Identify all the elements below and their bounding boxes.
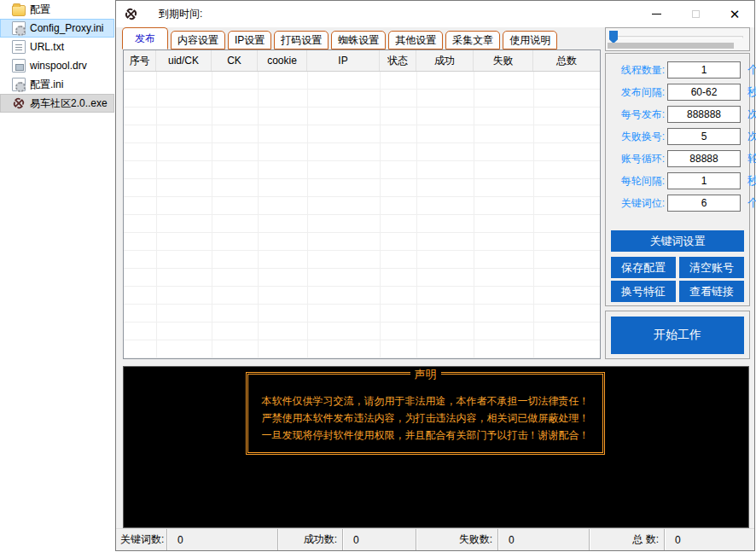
status-fail-count-label: 失败数: [416,529,498,550]
app-window: 到期时间: ✕ 发布 内容设置 IP设置 打码设置 蜘蛛设置 其他设置 采集文章… [115,0,755,551]
field-label: 每号发布: [610,107,665,122]
close-button[interactable]: ✕ [715,1,754,27]
settings-panel: 线程数量: 个 发布间隔: 秒 每号发布: 次 失败换号: 次 账号循环: 轮 … [605,53,750,306]
accounts-table: 序号 uid/CK CK cookie IP 状态 成功 失败 总数 [123,49,601,359]
progress-slider-panel [605,27,750,51]
disclaimer-box: 声明 本软件仅供学习交流，请勿用于非法用途，本作者不承担一切法律责任！ 严禁使用… [246,372,605,455]
publish-interval-input[interactable] [667,84,741,101]
field-label: 关键词位: [610,196,665,211]
file-item-winspool-drv[interactable]: winspool.drv [0,56,114,75]
field-thread-count: 线程数量: 个 [606,59,749,81]
status-keyword-count-value: 0 [167,529,278,550]
tab-spider-settings[interactable]: 蜘蛛设置 [331,31,386,49]
field-unit: 次 [747,129,756,144]
keyword-settings-button[interactable]: 关键词设置 [611,230,744,252]
disclaimer-line: 一旦发现将停封软件使用权限，并且配合有关部门予以打击！谢谢配合！ [248,427,602,444]
status-success-count-value: 0 [343,529,416,550]
field-posts-per-account: 每号发布: 次 [606,103,749,125]
file-name: URL.txt [30,41,64,53]
window-controls: ✕ [637,1,754,27]
file-item-config-proxy-ini[interactable]: Config_Proxy.ini [0,19,114,38]
save-config-button[interactable]: 保存配置 [611,257,676,278]
column-header[interactable]: IP [307,50,380,71]
horizontal-scrollbar[interactable] [608,43,734,49]
field-unit: 秒 [747,173,756,189]
account-loop-input[interactable] [667,150,741,167]
minimize-icon [652,14,661,15]
file-name: 易车社区2.0..exe [30,96,108,111]
tab-label: IP设置 [235,33,265,48]
tab-label: 蜘蛛设置 [338,33,379,48]
file-item-url-txt[interactable]: URL.txt [0,38,114,56]
column-header[interactable]: 总数 [533,50,600,71]
disclaimer-line: 本软件仅供学习交流，请勿用于非法用途，本作者不承担一切法律责任！ [248,392,602,410]
field-label: 线程数量: [610,63,665,78]
field-unit: 轮 [747,151,756,166]
tab-label: 内容设置 [177,33,218,48]
field-keyword-position: 关键词位: 个 [606,192,749,214]
tab-other-settings[interactable]: 其他设置 [388,31,443,49]
disclaimer-text: 本软件仅供学习交流，请勿用于非法用途，本作者不承担一切法律责任！ 严禁使用本软件… [248,375,602,444]
column-header[interactable]: uid/CK [156,50,212,71]
desktop-file-list: 配置 Config_Proxy.ini URL.txt winspool.drv… [0,0,114,113]
tab-content-settings[interactable]: 内容设置 [171,31,225,49]
field-label: 账号循环: [610,152,665,166]
field-label: 每轮间隔: [610,174,665,189]
column-header[interactable]: 失败 [474,50,533,71]
view-links-button[interactable]: 查看链接 [679,281,744,302]
disclaimer-title: 声明 [410,367,441,382]
field-publish-interval: 发布间隔: 秒 [606,81,749,103]
column-header[interactable]: CK [212,50,258,71]
column-header[interactable]: 成功 [416,50,474,71]
field-label: 发布间隔: [610,85,665,100]
start-panel: 开始工作 [605,311,750,359]
file-item-config-folder[interactable]: 配置 [0,0,114,19]
clear-accounts-button[interactable]: 清空账号 [679,257,744,278]
field-fail-switch: 失败换号: 次 [606,125,749,148]
file-name: winspool.drv [30,60,87,72]
field-unit: 秒 [747,84,756,100]
tab-usage-help[interactable]: 使用说明 [503,31,557,49]
table-body-empty[interactable] [124,72,600,358]
status-total-count-label: 总 数: [590,529,665,550]
thread-count-input[interactable] [667,61,741,78]
maximize-icon [692,10,700,18]
title-bar[interactable]: 到期时间: ✕ [116,1,754,27]
status-fail-count-value: 0 [498,529,590,550]
column-header[interactable]: 序号 [124,50,156,71]
file-name: 配置 [30,3,50,17]
field-unit: 个 [747,195,756,211]
fail-switch-input[interactable] [667,128,741,145]
status-total-count-value: 0 [665,529,754,550]
slider-thumb[interactable] [609,31,618,44]
status-keyword-count-label: 关键词数: [116,529,167,550]
tab-label: 采集文章 [452,33,493,48]
tab-captcha-settings[interactable]: 打码设置 [274,31,329,49]
file-item-app-exe[interactable]: 易车社区2.0..exe [0,94,114,113]
table-header-row: 序号 uid/CK CK cookie IP 状态 成功 失败 总数 [124,50,600,72]
file-name: 配置.ini [30,78,63,92]
column-header[interactable]: 状态 [380,50,416,71]
file-item-config-ini[interactable]: 配置.ini [0,75,114,94]
log-console: 声明 本软件仅供学习交流，请勿用于非法用途，本作者不承担一切法律责任！ 严禁使用… [123,366,749,528]
column-header[interactable]: cookie [258,50,307,71]
tab-label: 发布 [135,32,155,46]
field-account-loop: 账号循环: 轮 [606,148,749,170]
field-unit: 次 [747,107,756,122]
start-work-button[interactable]: 开始工作 [611,317,744,354]
field-round-interval: 每轮间隔: 秒 [606,170,749,192]
keyword-position-input[interactable] [667,195,741,212]
minimize-button[interactable] [637,1,676,27]
tab-collect-articles[interactable]: 采集文章 [445,31,500,49]
drv-file-icon [12,59,26,73]
round-interval-input[interactable] [667,172,741,189]
tab-ip-settings[interactable]: IP设置 [228,31,271,49]
tab-label: 使用说明 [509,33,550,48]
tab-publish[interactable]: 发布 [122,27,168,49]
field-unit: 个 [747,62,756,78]
slider-track [612,36,743,38]
close-icon: ✕ [730,8,741,20]
posts-per-account-input[interactable] [667,106,741,123]
maximize-button[interactable] [676,1,715,27]
switch-feature-button[interactable]: 换号特征 [611,281,676,302]
